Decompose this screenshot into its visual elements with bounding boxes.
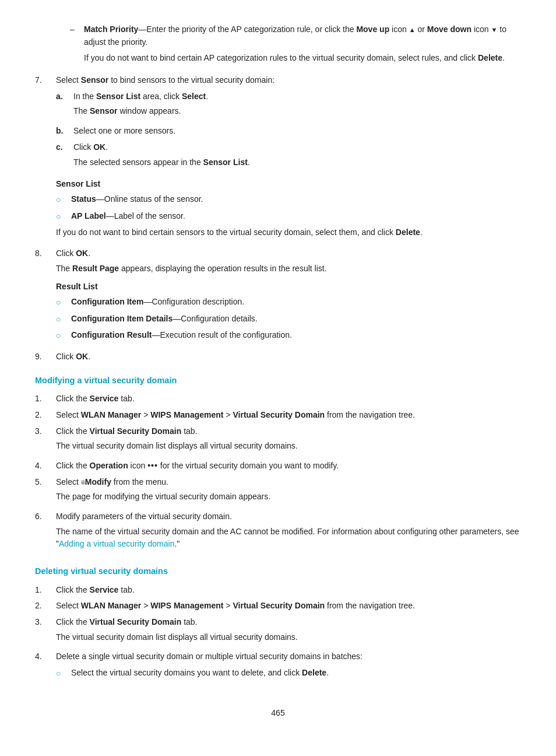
del-step-4-num: 4. <box>35 650 49 683</box>
step-7-final-para: If you do not want to bind certain senso… <box>56 226 521 239</box>
operation-ellipsis-icon: ••• <box>147 461 158 470</box>
step-7-text-before: Select <box>56 75 79 85</box>
del-step-1-service: Service <box>90 585 119 594</box>
ap-label-text: —Label of the sensor. <box>106 211 185 220</box>
result-list-heading: Result List <box>56 281 521 293</box>
del-step-2-wlan: WLAN Manager <box>81 601 141 610</box>
step-7a-para: The Sensor window appears. <box>73 105 521 118</box>
step-8: 8. Click OK. The Result Page appears, di… <box>35 247 521 346</box>
mod-step-6-content: Modify parameters of the virtual securit… <box>56 510 521 554</box>
del-step-2-sep1: > <box>141 601 150 610</box>
step-7c-sensor-list: Sensor List <box>203 158 248 167</box>
step-8-para1: The Result Page appears, displaying the … <box>56 262 521 275</box>
step-7c-ok: OK <box>93 142 105 152</box>
result-list-bullet-1-content: Configuration Item—Configuration descrip… <box>71 296 521 309</box>
mod-step-2-num: 2. <box>35 409 49 422</box>
step-7a-sensor-bold: Sensor <box>90 106 117 116</box>
del-step-3-num: 3. <box>35 616 49 647</box>
delete-label-top: Delete <box>478 53 502 62</box>
step-9-before: Click <box>56 352 73 361</box>
step-8-end: . <box>88 249 90 258</box>
step-7-final-para-text: If you do not want to bind certain senso… <box>56 228 393 237</box>
result-list-bullet-3-content: Configuration Result—Execution result of… <box>71 329 521 342</box>
step-8-ok: OK <box>76 249 88 258</box>
mod-step-5-para: The page for modifying the virtual secur… <box>56 491 521 503</box>
del-step-1-content: Click the Service tab. <box>56 584 521 597</box>
page-content: – Match Priority—Enter the priority of t… <box>35 23 521 719</box>
mod-step-4-after: for the virtual security domain you want… <box>160 461 339 470</box>
mod-step-2-vsd: Virtual Security Domain <box>233 410 325 419</box>
del-step-1-num: 1. <box>35 584 49 597</box>
mod-step-2-wips: WIPS Management <box>150 410 223 419</box>
mod-step-2-content: Select WLAN Manager > WIPS Management > … <box>56 409 521 422</box>
sensor-list-bullet-2-content: AP Label—Label of the sensor. <box>71 210 521 223</box>
del-step-4: 4. Delete a single virtual security doma… <box>35 650 521 683</box>
step-7c-end: . <box>105 142 108 152</box>
mod-step-4-num: 4. <box>35 460 49 473</box>
step-7c-before: Click <box>73 142 91 152</box>
mod-step-1-service: Service <box>90 394 119 403</box>
del-bullet-1-end: . <box>326 668 329 677</box>
mod-step-2-sep1: > <box>141 410 150 419</box>
step-7c: c. Click OK. The selected sensors appear… <box>56 141 521 172</box>
step-7b-letter: b. <box>56 125 68 138</box>
step-8-para1-before: The <box>56 264 70 273</box>
config-result-label: Configuration Result <box>71 330 152 340</box>
step-7a-select: Select <box>182 92 206 101</box>
step-7a-sensor-list: Sensor List <box>96 92 140 101</box>
mod-step-2-after: from the navigation tree. <box>327 410 415 419</box>
bullet-circle-5: ○ <box>56 330 65 342</box>
step-9: 9. Click OK. <box>35 351 521 363</box>
mod-step-5-num: 5. <box>35 476 49 507</box>
del-bullet-1-before: Select the virtual security domains you … <box>71 668 300 677</box>
match-priority-label: Match Priority <box>84 24 138 34</box>
del-step-4-text: Delete a single virtual security domain … <box>56 652 363 661</box>
mod-step-1-content: Click the Service tab. <box>56 393 521 405</box>
result-list-bullet-2: ○ Configuration Item Details—Configurati… <box>56 313 521 326</box>
status-label: Status <box>71 194 96 204</box>
result-list-bullet-1: ○ Configuration Item—Configuration descr… <box>56 296 521 309</box>
step-7: 7. Select Sensor to bind sensors to the … <box>35 74 521 243</box>
step-9-end: . <box>88 352 90 361</box>
mod-step-1: 1. Click the Service tab. <box>35 393 521 405</box>
mod-step-1-before: Click the <box>56 394 87 403</box>
step-7a-para-before: The <box>73 106 87 116</box>
result-list-bullet-3: ○ Configuration Result—Execution result … <box>56 329 521 342</box>
mod-step-5-before: Select <box>56 477 79 487</box>
del-bullet-1-delete: Delete <box>302 668 326 677</box>
del-step-4-content: Delete a single virtual security domain … <box>56 650 521 683</box>
sensor-list-bullet-1-content: Status—Online status of the sensor. <box>71 193 521 206</box>
mod-step-3-para: The virtual security domain list display… <box>56 440 521 453</box>
result-list-bullet-2-content: Configuration Item Details—Configuration… <box>71 313 521 326</box>
step-7a-para-after: window appears. <box>119 106 181 116</box>
move-down-label: Move down <box>427 24 471 34</box>
match-priority-para2-text: If you do not want to bind certain AP ca… <box>84 53 476 62</box>
mod-step-2-before: Select <box>56 410 79 419</box>
del-step-2-vsd: Virtual Security Domain <box>233 601 325 610</box>
step-7a-letter: a. <box>56 90 68 121</box>
step-7a-content: In the Sensor List area, click Select. T… <box>73 90 521 121</box>
mod-step-3-before: Click the <box>56 426 87 436</box>
move-up-icon: ▲ <box>409 25 416 35</box>
dash-symbol: – <box>70 23 78 36</box>
del-bullet-circle-1: ○ <box>56 667 65 680</box>
page-number: 465 <box>35 707 521 720</box>
match-priority-para2: If you do not want to bind certain AP ca… <box>84 52 521 65</box>
mod-step-5-modify: Modify <box>85 477 111 487</box>
del-step-2-after: from the navigation tree. <box>327 601 415 610</box>
bullet-circle-2: ○ <box>56 211 65 223</box>
adding-vsd-link[interactable]: Adding a virtual security domain <box>59 539 174 548</box>
del-step-1-before: Click the <box>56 585 87 594</box>
mod-step-3: 3. Click the Virtual Security Domain tab… <box>35 425 521 456</box>
del-step-2-num: 2. <box>35 600 49 612</box>
mod-step-6-para: The name of the virtual security domain … <box>56 526 521 551</box>
step-7-content: Select Sensor to bind sensors to the vir… <box>56 74 521 243</box>
sensor-list-heading: Sensor List <box>56 178 521 191</box>
del-step-2-wips: WIPS Management <box>150 601 223 610</box>
del-step-4-bullet-1: ○ Select the virtual security domains yo… <box>56 667 521 680</box>
step-8-num: 8. <box>35 247 49 346</box>
mod-step-6-text: Modify parameters of the virtual securit… <box>56 512 232 521</box>
match-priority-content: Match Priority—Enter the priority of the… <box>84 23 521 68</box>
mod-step-1-after: tab. <box>121 394 134 403</box>
step-9-content: Click OK. <box>56 351 521 363</box>
